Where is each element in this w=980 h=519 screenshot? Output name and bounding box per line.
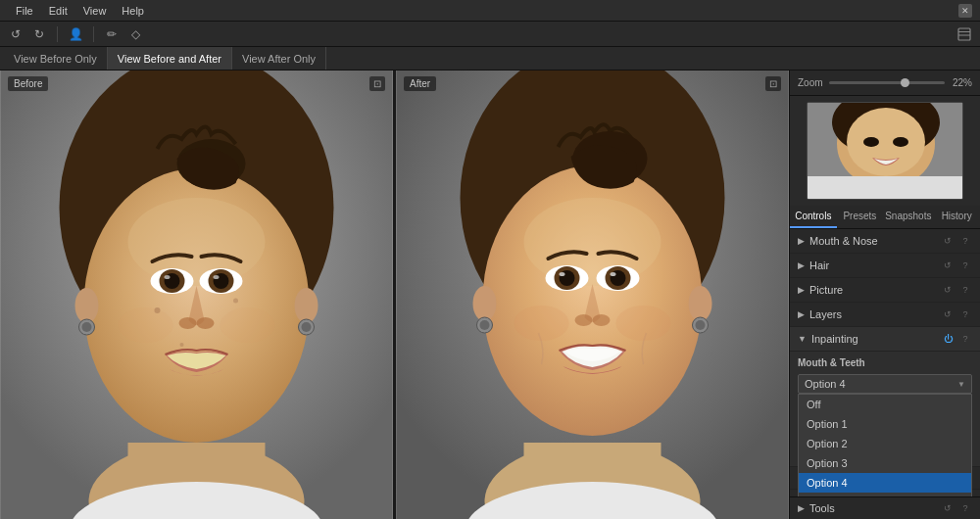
menu-view[interactable]: View <box>75 0 115 21</box>
tools-label: Tools <box>809 502 941 514</box>
svg-point-31 <box>119 307 173 343</box>
svg-point-24 <box>180 343 184 347</box>
svg-point-58 <box>616 306 671 341</box>
chevron-right-icon: ▶ <box>798 236 805 246</box>
option-3[interactable]: Option 3 <box>799 453 971 473</box>
help-icon-tools[interactable]: ? <box>958 501 972 515</box>
svg-point-64 <box>893 137 908 147</box>
tab-view-before-only[interactable]: View Before Only <box>4 47 108 70</box>
svg-point-32 <box>220 307 275 343</box>
svg-rect-0 <box>958 28 970 40</box>
brush-icon[interactable]: ✏ <box>102 24 122 44</box>
before-face-svg <box>0 71 393 519</box>
svg-point-44 <box>560 272 565 276</box>
layers-icon[interactable] <box>955 24 974 44</box>
close-icon[interactable]: ✕ <box>958 4 972 18</box>
svg-point-20 <box>179 317 197 329</box>
svg-point-30 <box>302 322 312 332</box>
thumbnail <box>807 102 963 200</box>
power-icon-inpainting[interactable]: ⏻ <box>941 332 955 346</box>
tab-view-after-only[interactable]: View After Only <box>232 47 326 70</box>
undo-button[interactable]: ↺ <box>6 24 25 44</box>
chevron-right-icon-picture: ▶ <box>798 285 805 295</box>
svg-point-28 <box>82 322 92 332</box>
svg-point-52 <box>689 286 712 321</box>
reset-icon-layers[interactable]: ↺ <box>941 307 955 321</box>
toolbar-separator <box>57 26 58 42</box>
section-layers[interactable]: ▶ Layers ↺ ? <box>790 303 980 327</box>
eraser-icon[interactable]: ◇ <box>125 24 145 44</box>
subsection-mouth-teeth-title: Mouth & Teeth <box>798 357 972 368</box>
svg-point-15 <box>165 275 171 279</box>
after-label: After <box>404 76 436 91</box>
svg-point-51 <box>473 286 497 321</box>
section-picture-title: Picture <box>809 284 941 296</box>
menu-bar: File Edit View Help ✕ <box>0 0 980 22</box>
svg-point-19 <box>214 275 220 279</box>
option-off[interactable]: Off <box>799 395 971 414</box>
tab-presets[interactable]: Presets <box>837 206 884 228</box>
reset-icon-hair[interactable]: ↺ <box>941 259 955 272</box>
section-mouth-nose[interactable]: ▶ Mouth & Nose ↺ ? <box>790 229 980 254</box>
option-5[interactable]: Option 5 <box>799 493 971 496</box>
tools-bar[interactable]: ▶ Tools ↺ ? <box>790 496 980 519</box>
view-tabs: View Before Only View Before and After V… <box>0 47 980 71</box>
main-area: Before ⊡ <box>0 71 980 519</box>
svg-point-23 <box>233 299 238 304</box>
section-hair[interactable]: ▶ Hair ↺ ? <box>790 254 980 278</box>
section-hair-title: Hair <box>809 260 941 271</box>
option-1[interactable]: Option 1 <box>799 414 971 434</box>
subsection-mouth-teeth: Mouth & Teeth Option 4 ▼ Off Option 1 Op… <box>790 352 980 467</box>
section-inpainting: ▼ Inpainting ⏻ ? Mouth & Teeth Option 4 … <box>790 327 980 467</box>
svg-point-49 <box>575 314 593 326</box>
section-mouth-nose-title: Mouth & Nose <box>809 235 941 247</box>
tab-snapshots[interactable]: Snapshots <box>883 206 933 228</box>
option-4[interactable]: Option 4 <box>799 473 971 493</box>
toolbar: ↺ ↻ 👤 ✏ ◇ <box>0 22 980 47</box>
help-icon-hair[interactable]: ? <box>958 259 972 272</box>
after-photo <box>396 71 789 519</box>
svg-point-48 <box>611 272 616 276</box>
svg-point-57 <box>514 306 569 341</box>
svg-point-54 <box>480 320 490 330</box>
chevron-right-icon-tools: ▶ <box>798 503 805 513</box>
zoom-percent: 22% <box>953 77 972 88</box>
before-panel-icon[interactable]: ⊡ <box>369 76 385 91</box>
after-panel-icon[interactable]: ⊡ <box>765 76 781 91</box>
zoom-bar: Zoom 22% <box>790 71 980 96</box>
option-dropdown[interactable]: Option 4 ▼ <box>798 374 972 394</box>
reset-icon-picture[interactable]: ↺ <box>941 283 955 297</box>
after-panel: After ⊡ <box>393 71 789 519</box>
reset-icon[interactable]: ↺ <box>941 234 955 248</box>
help-icon-picture[interactable]: ? <box>958 283 972 297</box>
help-icon-inpainting[interactable]: ? <box>958 332 972 346</box>
help-icon[interactable]: ? <box>958 234 972 248</box>
svg-point-50 <box>593 314 611 326</box>
svg-point-56 <box>696 320 706 330</box>
menu-edit[interactable]: Edit <box>41 0 75 21</box>
section-layers-title: Layers <box>809 308 941 320</box>
zoom-label: Zoom <box>798 77 823 88</box>
before-panel: Before ⊡ <box>0 71 393 519</box>
dropdown-selected-value: Option 4 <box>805 378 846 390</box>
help-icon-layers[interactable]: ? <box>958 307 972 321</box>
dropdown-container: Option 4 ▼ Off Option 1 Option 2 Option … <box>798 374 972 394</box>
menu-file[interactable]: File <box>8 0 41 21</box>
dropdown-menu: Off Option 1 Option 2 Option 3 Option 4 … <box>798 394 972 496</box>
zoom-slider-thumb <box>901 78 909 87</box>
section-picture[interactable]: ▶ Picture ↺ ? <box>790 278 980 303</box>
person-icon[interactable]: 👤 <box>66 24 85 44</box>
tab-history[interactable]: History <box>933 206 980 228</box>
redo-button[interactable]: ↻ <box>29 24 49 44</box>
panel-tabs: Controls Presets Snapshots History <box>790 206 980 229</box>
after-face-svg <box>396 71 789 519</box>
tab-view-before-after[interactable]: View Before and After <box>108 47 232 70</box>
reset-icon-tools[interactable]: ↺ <box>941 501 955 515</box>
tab-controls[interactable]: Controls <box>790 206 837 228</box>
svg-rect-65 <box>808 176 963 200</box>
zoom-slider[interactable] <box>829 81 945 84</box>
svg-point-25 <box>75 288 99 323</box>
option-2[interactable]: Option 2 <box>799 434 971 453</box>
section-inpainting-header[interactable]: ▼ Inpainting ⏻ ? <box>790 327 980 352</box>
menu-help[interactable]: Help <box>114 0 152 21</box>
